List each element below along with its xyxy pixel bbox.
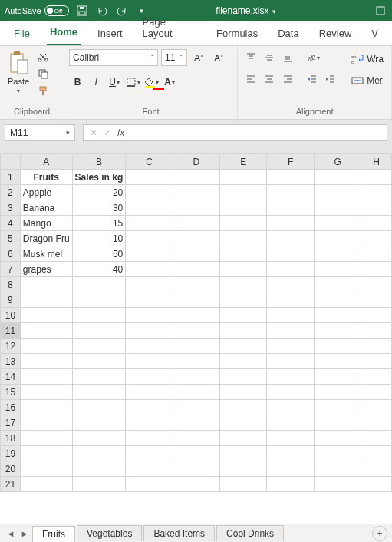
cell[interactable] xyxy=(314,246,361,262)
cell[interactable]: 30 xyxy=(72,200,126,216)
col-header[interactable]: B xyxy=(72,154,126,170)
cell[interactable] xyxy=(126,400,173,415)
cell[interactable] xyxy=(314,400,361,415)
cell[interactable] xyxy=(126,200,173,216)
cell[interactable] xyxy=(361,431,392,446)
cell[interactable] xyxy=(267,308,314,323)
cell[interactable] xyxy=(20,461,72,477)
cell[interactable] xyxy=(314,200,361,216)
cell[interactable] xyxy=(126,385,173,400)
cell[interactable] xyxy=(267,323,314,339)
cell[interactable]: Sales in kg xyxy=(72,170,126,185)
cell[interactable] xyxy=(314,277,361,292)
cell[interactable] xyxy=(173,461,219,477)
cell[interactable] xyxy=(314,354,361,369)
row-header[interactable]: 6 xyxy=(1,246,21,262)
col-header[interactable]: D xyxy=(173,154,219,170)
row-header[interactable]: 20 xyxy=(1,461,21,477)
cell[interactable] xyxy=(20,339,72,354)
cell[interactable] xyxy=(20,277,72,292)
cell[interactable] xyxy=(126,185,173,200)
cell[interactable] xyxy=(361,323,392,339)
cell[interactable] xyxy=(173,369,219,385)
increase-indent-icon[interactable] xyxy=(322,71,339,88)
qat-dropdown-icon[interactable]: ▾ xyxy=(135,4,149,18)
font-name-combo[interactable]: Calibri˅ xyxy=(69,49,158,66)
cell[interactable]: Banana xyxy=(20,200,72,216)
cell[interactable] xyxy=(173,415,219,431)
cell[interactable]: Dragon Fru xyxy=(20,231,72,246)
cell[interactable] xyxy=(20,400,72,415)
cell[interactable] xyxy=(267,477,314,492)
sheet-tab[interactable]: Fruits xyxy=(32,526,75,543)
cell[interactable] xyxy=(173,431,219,446)
cell[interactable] xyxy=(220,277,267,292)
cell[interactable] xyxy=(173,170,219,185)
row-header[interactable]: 15 xyxy=(1,385,21,400)
cell[interactable] xyxy=(20,323,72,339)
cell[interactable] xyxy=(220,446,267,461)
cell[interactable] xyxy=(361,170,392,185)
cell[interactable] xyxy=(173,231,219,246)
col-header[interactable]: F xyxy=(267,154,314,170)
cell[interactable] xyxy=(72,431,126,446)
sheet-tab[interactable]: Vegetables xyxy=(77,525,142,541)
align-middle-icon[interactable] xyxy=(261,49,278,66)
cell[interactable]: 40 xyxy=(72,262,126,277)
cell[interactable] xyxy=(72,292,126,308)
cell[interactable] xyxy=(126,231,173,246)
sheet-tab[interactable]: Baked Items xyxy=(143,525,215,541)
cell[interactable] xyxy=(361,339,392,354)
cell[interactable]: 10 xyxy=(72,231,126,246)
wrap-text-button[interactable]: abcWra xyxy=(348,51,387,68)
sheet-nav-prev-icon[interactable]: ◄ xyxy=(5,527,17,540)
row-header[interactable]: 17 xyxy=(1,415,21,431)
cell[interactable] xyxy=(267,216,314,231)
cell[interactable] xyxy=(126,446,173,461)
cell[interactable] xyxy=(314,431,361,446)
cell[interactable] xyxy=(361,185,392,200)
col-header[interactable]: A xyxy=(20,154,72,170)
cell[interactable] xyxy=(72,354,126,369)
decrease-font-icon[interactable]: A˅ xyxy=(210,49,227,66)
cell[interactable] xyxy=(220,354,267,369)
cell[interactable] xyxy=(126,431,173,446)
merge-center-button[interactable]: Mer xyxy=(348,72,387,89)
cell[interactable] xyxy=(20,477,72,492)
align-bottom-icon[interactable] xyxy=(279,49,296,66)
cell[interactable] xyxy=(220,262,267,277)
cell[interactable] xyxy=(267,431,314,446)
cell[interactable] xyxy=(220,339,267,354)
cell[interactable] xyxy=(173,262,219,277)
accept-icon[interactable]: ✓ xyxy=(104,127,111,138)
cell[interactable] xyxy=(220,415,267,431)
cell[interactable] xyxy=(267,185,314,200)
cell[interactable] xyxy=(220,431,267,446)
tab-review[interactable]: Review xyxy=(316,23,355,45)
cell[interactable] xyxy=(314,446,361,461)
cell[interactable] xyxy=(361,308,392,323)
cell[interactable] xyxy=(314,216,361,231)
cell[interactable] xyxy=(173,477,219,492)
cell[interactable] xyxy=(126,308,173,323)
cell[interactable]: 20 xyxy=(72,185,126,200)
cell[interactable] xyxy=(220,308,267,323)
cell[interactable] xyxy=(220,369,267,385)
italic-button[interactable]: I xyxy=(87,74,104,91)
cell[interactable] xyxy=(72,400,126,415)
cell[interactable] xyxy=(220,185,267,200)
cell[interactable] xyxy=(173,308,219,323)
cell[interactable] xyxy=(126,323,173,339)
formula-input[interactable] xyxy=(130,124,387,141)
row-header[interactable]: 4 xyxy=(1,216,21,231)
cell[interactable] xyxy=(267,200,314,216)
select-all-corner[interactable] xyxy=(1,154,21,170)
cell[interactable] xyxy=(126,477,173,492)
sheet-nav-next-icon[interactable]: ► xyxy=(18,527,31,540)
cell[interactable] xyxy=(361,216,392,231)
cell[interactable] xyxy=(72,323,126,339)
cell[interactable] xyxy=(126,461,173,477)
cell[interactable] xyxy=(267,339,314,354)
cell[interactable] xyxy=(72,477,126,492)
cell[interactable] xyxy=(220,385,267,400)
